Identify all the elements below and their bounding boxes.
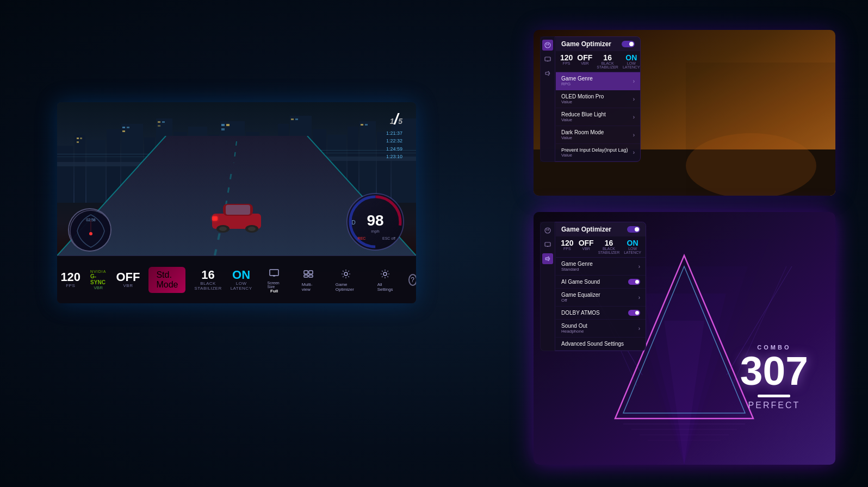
bs-stat-bottom: 16 Black Stabilizer: [598, 239, 620, 254]
bs-value-bottom: 16: [598, 239, 620, 247]
svg-rect-33: [226, 124, 230, 126]
game-optimizer-label: Game Optimizer: [336, 282, 357, 292]
control-game-optimizer[interactable]: Game Optimizer: [336, 267, 357, 292]
bs-value-top: 16: [597, 54, 618, 61]
low-latency-value: ON: [231, 269, 252, 281]
menu-item-name-1: OLED Motion Pro: [561, 93, 604, 99]
control-all-settings[interactable]: All Settings: [377, 267, 393, 292]
menu-item-sub-2: Value: [561, 117, 606, 122]
genre-name: Game Genre: [561, 261, 593, 267]
menu-item-name-4: Prevent Input Delay(Input Lag): [561, 147, 628, 153]
svg-text:98: 98: [367, 212, 383, 229]
svg-point-60: [248, 227, 256, 231]
chevron-icon-3: ›: [633, 132, 635, 138]
sidebar-game-icon[interactable]: [542, 40, 553, 51]
svg-point-58: [219, 227, 227, 231]
vbr-label-top: VBR: [577, 61, 592, 65]
menu-item-sub-4: Value: [561, 153, 628, 158]
svg-text:02:58: 02:58: [86, 218, 96, 222]
multi-view-icon: [302, 267, 315, 280]
sidebar-sound-icon-b[interactable]: [542, 253, 553, 264]
menu-item-equalizer[interactable]: Game Equalizer Off ›: [556, 289, 646, 307]
vbr-label-bottom: VBR: [579, 247, 594, 251]
menu-item-sound-out[interactable]: Sound Out Headphone ›: [556, 320, 646, 338]
game-optimizer-icon: [339, 267, 352, 280]
racing-game-panel: 1/5 1:21:37 1:22:32 1:24:59 1:23:10: [57, 102, 416, 303]
sidebar-sound-icon[interactable]: [542, 68, 553, 79]
optimizer-title-top: Game Optimizer: [561, 40, 611, 48]
combo-perfect: PERFECT: [740, 401, 808, 410]
right-bottom-panel: COMBO 307 PERFECT: [534, 212, 835, 465]
hud-bar: 120 FPS NVIDIA G-SYNC VBR OFF VBR: [57, 255, 416, 303]
menu-item-dolby[interactable]: DOLBY ATMOS: [556, 307, 646, 320]
menu-item-reduce-blue-top[interactable]: Reduce Blue Light Value ›: [556, 108, 640, 126]
fps-stat: 120 FPS: [57, 271, 85, 288]
sidebar-display-icon[interactable]: [542, 54, 553, 65]
optimizer-header-top: Game Optimizer: [556, 37, 640, 51]
ai-sound-name: AI Game Sound: [561, 279, 600, 285]
chevron-icon-2: ›: [633, 114, 635, 120]
dolby-toggle[interactable]: [628, 310, 640, 316]
svg-point-107: [545, 228, 550, 233]
svg-rect-110: [545, 242, 550, 246]
fps-label-top: FPS: [560, 61, 573, 65]
chevron-equalizer: ›: [638, 295, 640, 301]
svg-rect-27: [127, 127, 129, 128]
menu-item-oled-top[interactable]: OLED Motion Pro Value ›: [556, 90, 640, 108]
ll-stat-bottom: ON Low Latency: [624, 239, 641, 254]
svg-rect-32: [221, 124, 225, 126]
sound-out-sub: Headphone: [561, 329, 587, 334]
svg-text:mph: mph: [371, 229, 380, 234]
gsync-name: G-SYNC: [90, 273, 106, 285]
control-screen-size[interactable]: Screen Size Full: [267, 266, 281, 294]
ll-stat-top: ON Low Latency: [623, 54, 640, 69]
svg-rect-76: [309, 271, 313, 274]
control-multi-view[interactable]: Multi-view: [302, 267, 315, 292]
svg-rect-56: [212, 216, 218, 221]
optimizer-toggle-top[interactable]: [622, 41, 635, 47]
menu-item-input-lag-top[interactable]: Prevent Input Delay(Input Lag) Value ›: [556, 144, 640, 161]
vbr-value-bottom: OFF: [579, 239, 594, 247]
low-latency-label: Low Latency: [231, 281, 252, 291]
menu-item-ai-sound[interactable]: AI Game Sound: [556, 276, 646, 289]
svg-rect-73: [270, 270, 278, 276]
svg-rect-36: [295, 118, 298, 120]
optimizer-toggle-bottom[interactable]: [627, 226, 640, 233]
bs-label-bottom: Black Stabilizer: [598, 247, 620, 254]
black-stabilizer-label: Black Stabilizer: [194, 281, 221, 291]
optimizer-stats-bottom: 120 FPS OFF VBR 16 Black Stabilizer ON L…: [556, 236, 646, 258]
menu-item-sub-3: Value: [561, 135, 604, 140]
mode-label: Mode: [156, 280, 178, 290]
fps-stat-top: 120 FPS: [560, 54, 573, 69]
menu-item-game-genre-top[interactable]: Game Genre RPG ›: [556, 72, 640, 90]
svg-rect-38: [365, 124, 368, 126]
menu-item-dark-room-top[interactable]: Dark Room Mode Value ›: [556, 126, 640, 144]
menu-item-name-3: Dark Room Mode: [561, 129, 604, 135]
svg-rect-26: [122, 127, 125, 128]
sidebar-game-icon-b[interactable]: [542, 225, 553, 236]
vbr-label: VBR: [116, 283, 140, 288]
combo-bar: [758, 395, 790, 397]
genre-sub: Standard: [561, 267, 593, 272]
sidebar-icons-top: [540, 36, 555, 162]
svg-rect-84: [686, 63, 835, 196]
svg-rect-77: [304, 275, 308, 277]
mode-stat: Std. Mode: [148, 267, 185, 293]
svg-rect-35: [291, 118, 294, 120]
svg-rect-29: [158, 121, 160, 123]
menu-item-advanced-sound[interactable]: Advanced Sound Settings: [556, 338, 646, 351]
ai-sound-toggle[interactable]: [628, 279, 640, 285]
menu-item-genre-bottom[interactable]: Game Genre Standard ›: [556, 258, 646, 276]
svg-rect-30: [162, 121, 165, 123]
help-button[interactable]: ?: [408, 274, 416, 286]
multi-view-label: Multi-view: [302, 282, 315, 292]
sidebar-display-icon-b[interactable]: [542, 239, 553, 250]
black-stabilizer-value: 16: [194, 269, 221, 281]
vbr-stat: OFF VBR: [111, 271, 144, 288]
chevron-icon-0: ›: [633, 78, 635, 84]
gsync-vbr: VBR: [94, 285, 103, 290]
equalizer-name: Game Equalizer: [561, 292, 600, 298]
svg-rect-87: [548, 43, 548, 46]
svg-rect-31: [158, 125, 160, 127]
screen-size-value: Full: [270, 289, 278, 294]
